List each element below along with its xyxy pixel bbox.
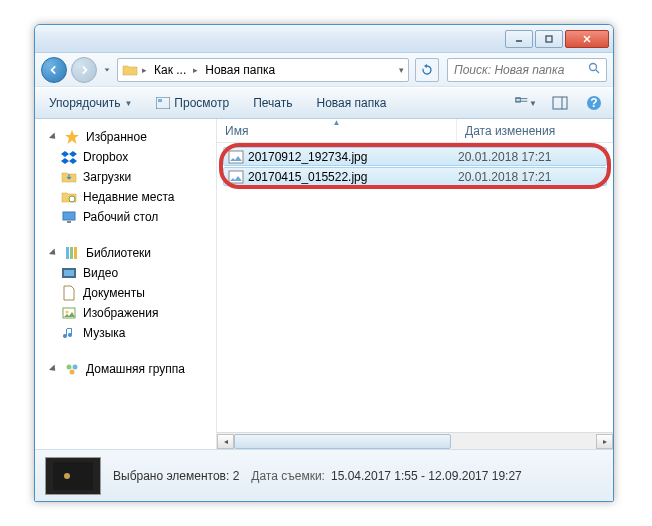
shot-date-label: Дата съемки: [251,469,325,483]
organize-button[interactable]: Упорядочить▼ [43,93,138,113]
navigation-pane: Избранное Dropbox Загрузки Недавние мест… [35,119,217,449]
scroll-right-button[interactable]: ▸ [596,434,613,449]
preview-button[interactable]: Просмотр [150,93,235,113]
desktop-icon [61,209,77,225]
sidebar-item-label: Видео [83,266,118,280]
video-icon [61,265,77,281]
sidebar-item-dropbox[interactable]: Dropbox [35,147,216,167]
libraries-label: Библиотеки [86,246,151,260]
breadcrumb-2[interactable]: Новая папка [202,63,278,77]
search-icon [588,62,600,77]
preview-pane-button[interactable] [549,93,571,113]
music-icon [61,325,77,341]
column-name[interactable]: ▲Имя [217,119,457,142]
toolbar: Упорядочить▼ Просмотр Печать Новая папка… [35,87,613,119]
search-input[interactable] [454,63,584,77]
chevron-down-icon[interactable]: ▾ [399,65,404,75]
sidebar-section-favorites[interactable]: Избранное [35,127,216,147]
svg-rect-19 [70,247,73,259]
dropbox-icon [61,149,77,165]
thumbnail-preview [45,457,101,495]
sidebar-item-label: Недавние места [83,190,174,204]
chevron-right-icon: ▸ [193,65,198,75]
sidebar-item-documents[interactable]: Документы [35,283,216,303]
back-button[interactable] [41,57,67,83]
svg-rect-11 [553,97,567,109]
expand-icon [49,133,58,142]
forward-button[interactable] [71,57,97,83]
print-button[interactable]: Печать [247,93,298,113]
recent-icon [61,189,77,205]
view-options-button[interactable]: ▼ [515,93,537,113]
scroll-track[interactable] [234,434,596,449]
selected-count: Выбрано элементов: 2 [113,469,239,483]
file-date: 20.01.2018 17:21 [458,150,606,164]
svg-point-31 [64,473,70,479]
address-bar[interactable]: ▸ Как ... ▸ Новая папка ▾ [117,58,409,82]
svg-rect-29 [229,171,243,183]
sidebar-section-libraries[interactable]: Библиотеки [35,243,216,263]
svg-rect-6 [156,97,170,109]
explorer-window: ▸ Как ... ▸ Новая папка ▾ Упорядочить▼ П… [34,24,614,502]
star-icon [64,129,80,145]
sidebar-item-downloads[interactable]: Загрузки [35,167,216,187]
svg-rect-18 [66,247,69,259]
file-list: 20170912_192734.jpg 20.01.2018 17:21 201… [217,143,613,432]
column-header: ▲Имя Дата изменения [217,119,613,143]
svg-point-4 [590,64,597,71]
titlebar [35,25,613,53]
column-date[interactable]: Дата изменения [457,119,613,142]
sidebar-item-label: Музыка [83,326,125,340]
file-date: 20.01.2018 17:21 [458,170,606,184]
pictures-icon [61,305,77,321]
sidebar-item-label: Изображения [83,306,158,320]
newfolder-button[interactable]: Новая папка [310,93,392,113]
svg-rect-20 [74,247,77,259]
scroll-left-button[interactable]: ◂ [217,434,234,449]
svg-point-26 [73,365,78,370]
file-row[interactable]: 20170912_192734.jpg 20.01.2018 17:21 [223,147,607,166]
column-name-label: Имя [225,124,248,138]
history-dropdown[interactable] [101,60,113,80]
sidebar-section-homegroup[interactable]: Домашняя группа [35,359,216,379]
svg-point-24 [66,311,69,314]
image-file-icon [228,150,244,164]
search-box[interactable] [447,58,607,82]
close-button[interactable] [565,30,609,48]
svg-rect-30 [53,462,93,490]
sidebar-item-label: Документы [83,286,145,300]
sidebar-item-label: Рабочий стол [83,210,158,224]
organize-label: Упорядочить [49,96,120,110]
file-name: 20170912_192734.jpg [248,150,458,164]
sidebar-item-video[interactable]: Видео [35,263,216,283]
expand-icon [49,365,58,374]
body: Избранное Dropbox Загрузки Недавние мест… [35,119,613,449]
preview-label: Просмотр [174,96,229,110]
shot-date-value: 15.04.2017 1:55 - 12.09.2017 19:27 [331,469,522,483]
help-button[interactable]: ? [583,93,605,113]
file-name: 20170415_015522.jpg [248,170,458,184]
folder-icon [122,63,138,77]
svg-line-5 [596,70,599,73]
svg-text:?: ? [590,96,597,110]
chevron-right-icon: ▸ [142,65,147,75]
sidebar-item-desktop[interactable]: Рабочий стол [35,207,216,227]
svg-rect-16 [63,212,75,220]
svg-point-27 [70,370,75,375]
chevron-down-icon: ▼ [529,99,537,108]
maximize-button[interactable] [535,30,563,48]
svg-rect-17 [67,221,71,223]
sidebar-item-recent[interactable]: Недавние места [35,187,216,207]
sidebar-item-pictures[interactable]: Изображения [35,303,216,323]
refresh-button[interactable] [415,58,439,82]
file-row[interactable]: 20170415_015522.jpg 20.01.2018 17:21 [223,167,607,186]
svg-rect-28 [229,151,243,163]
homegroup-label: Домашняя группа [86,362,185,376]
sidebar-item-music[interactable]: Музыка [35,323,216,343]
scroll-thumb[interactable] [234,434,451,449]
breadcrumb-1[interactable]: Как ... [151,63,189,77]
favorites-label: Избранное [86,130,147,144]
sort-arrow-icon: ▲ [333,119,341,127]
minimize-button[interactable] [505,30,533,48]
horizontal-scrollbar[interactable]: ◂ ▸ [217,432,613,449]
